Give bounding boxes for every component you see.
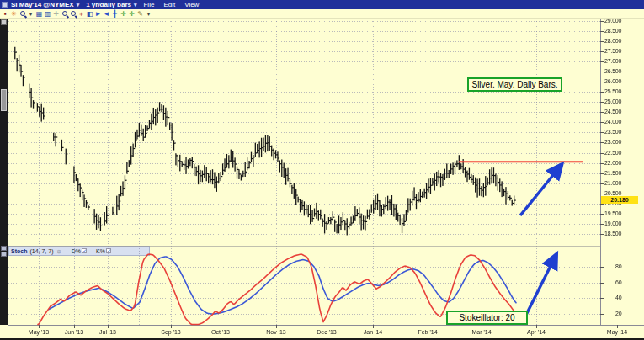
- search-caret-icon[interactable]: ▾: [27, 10, 35, 18]
- tools-caret-icon[interactable]: ▾: [145, 10, 152, 18]
- cursor-icon[interactable]: ✛: [52, 10, 60, 18]
- burst-icon[interactable]: ✳: [10, 10, 18, 18]
- menu-file[interactable]: File: [143, 1, 154, 8]
- bar-chart-icon[interactable]: ▥: [44, 10, 51, 18]
- main-chart-note[interactable]: Silver. May. Daily Bars.: [467, 77, 562, 92]
- flag-left-icon[interactable]: ◄: [103, 10, 110, 18]
- timeframe-caret-icon[interactable]: ▾: [134, 2, 137, 8]
- symbol-dropdown[interactable]: SI May'14 @NYMEX: [11, 1, 74, 8]
- menu-edit[interactable]: Edit: [163, 1, 175, 8]
- menu-view[interactable]: View: [184, 1, 199, 8]
- stop-icon[interactable]: ▪: [2, 10, 9, 18]
- anchor-icon[interactable]: ╂: [111, 10, 119, 18]
- chart-window: SI May'14 @NYMEX ▾ 1 yr/daily bars ▾ Fil…: [0, 0, 644, 340]
- search-icon[interactable]: [19, 10, 26, 18]
- pan-icon[interactable]: ✛: [120, 10, 127, 18]
- annotation-layer: [0, 0, 644, 340]
- flag-right-icon[interactable]: ►: [94, 10, 102, 18]
- layout-icon[interactable]: ▦: [35, 10, 43, 18]
- stoch-note[interactable]: Stokeillator: 20: [446, 311, 528, 325]
- title-bar: SI May'14 @NYMEX ▾ 1 yr/daily bars ▾ Fil…: [0, 0, 644, 9]
- trend-arrow-main[interactable]: [520, 166, 561, 215]
- indicator-icon[interactable]: ◧: [86, 10, 93, 18]
- symbol-caret-icon[interactable]: ▾: [77, 2, 80, 8]
- crosshair-icon[interactable]: ＋: [77, 10, 85, 18]
- zoom-in-icon[interactable]: [61, 10, 68, 18]
- timeframe-dropdown[interactable]: 1 yr/daily bars: [86, 1, 131, 8]
- draw-icon[interactable]: ✎: [136, 10, 144, 18]
- expand-icon[interactable]: ✛: [128, 10, 136, 18]
- toolbar: ▪✳▾▦▥✛＋◧►◄╂✛✛✎▾: [0, 9, 644, 19]
- window-icon: [2, 2, 8, 8]
- zoom-out-icon[interactable]: [69, 10, 77, 18]
